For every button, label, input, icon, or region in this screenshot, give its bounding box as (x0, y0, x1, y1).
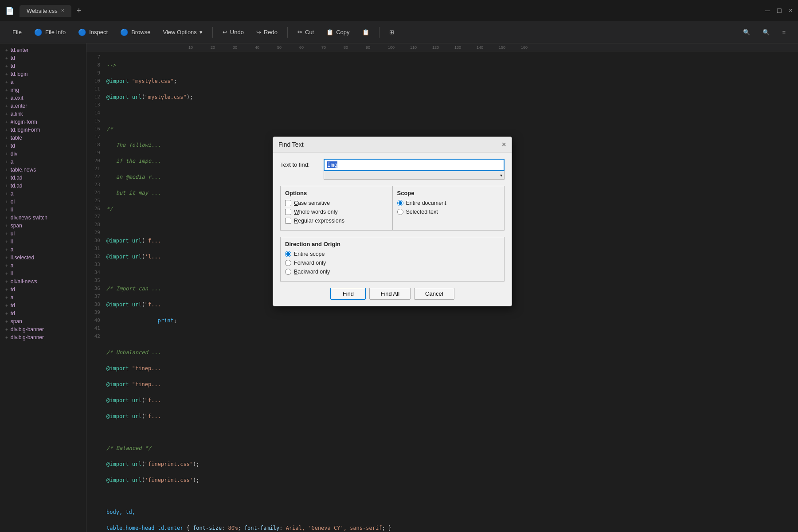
case-sensitive-cb[interactable] (285, 200, 291, 206)
backward-only-row[interactable]: Backward only (285, 269, 500, 275)
sidebar-item[interactable]: +ol (0, 198, 86, 206)
minimize-btn[interactable]: ─ (765, 7, 770, 15)
forward-only-radio[interactable] (285, 260, 291, 266)
search-btn[interactable]: 🔍 (738, 26, 755, 38)
cut-icon: ✂ (297, 29, 302, 35)
sidebar-item[interactable]: +td.loginForm (0, 126, 86, 134)
find-text-input[interactable] (324, 159, 505, 171)
sidebar-item[interactable]: +table.news (0, 166, 86, 174)
expand-icon: + (5, 96, 8, 101)
fit-btn[interactable]: ⊞ (384, 26, 399, 38)
whole-words-cb[interactable] (285, 209, 291, 215)
view-options-btn[interactable]: View Options ▾ (157, 26, 207, 38)
sidebar-item-label: div.big-banner (11, 334, 44, 340)
sidebar-item-label: li (11, 239, 13, 245)
undo-btn[interactable]: ↩ Undo (217, 26, 249, 38)
direction-box: Direction and Origin Entire scope Forwar… (280, 237, 505, 282)
sidebar-item[interactable]: +a.enter (0, 102, 86, 110)
whole-words-row[interactable]: Whole words only (285, 209, 388, 215)
search2-btn[interactable]: 🔍 (757, 26, 775, 38)
menu-btn[interactable]: ≡ (777, 26, 791, 38)
regex-cb[interactable] (285, 218, 291, 224)
maximize-btn[interactable]: □ (777, 7, 782, 15)
paste-btn[interactable]: 📋 (357, 26, 375, 38)
sidebar-item[interactable]: +td (0, 286, 86, 293)
sidebar-item[interactable]: +td.ad (0, 174, 86, 182)
sidebar-item[interactable]: +li (0, 238, 86, 246)
expand-icon: + (5, 279, 8, 284)
entire-document-row[interactable]: Entire document (397, 200, 500, 206)
sidebar-item[interactable]: +div.big-banner (0, 325, 86, 333)
scope-title: Scope (397, 190, 500, 196)
browse-btn[interactable]: 🔵 Browse (115, 26, 156, 39)
sidebar-item[interactable]: +a (0, 246, 86, 254)
active-tab[interactable]: Website.css × (20, 5, 71, 17)
case-sensitive-row[interactable]: Case sensitive (285, 200, 388, 206)
sidebar-item[interactable]: +img (0, 86, 86, 94)
sidebar-item[interactable]: +span (0, 317, 86, 325)
dialog-overlay: Find Text × Text to find: ▾ (86, 43, 798, 532)
entire-document-radio[interactable] (397, 200, 403, 206)
sidebar-item[interactable]: +li (0, 270, 86, 278)
sidebar-item-label: img (11, 87, 19, 93)
sidebar-item[interactable]: +div (0, 150, 86, 158)
expand-icon: + (5, 192, 8, 196)
inspect-btn[interactable]: 🔵 Inspect (73, 26, 113, 39)
direction-title: Direction and Origin (285, 241, 500, 247)
sidebar-item[interactable]: +td (0, 62, 86, 70)
sidebar-item[interactable]: +ol#all-news (0, 278, 86, 286)
copy-btn[interactable]: 📋 Copy (321, 26, 355, 38)
entire-scope-row[interactable]: Entire scope (285, 251, 500, 257)
sidebar-item[interactable]: +div.big-banner (0, 333, 86, 341)
sidebar-item[interactable]: +a.link (0, 110, 86, 118)
find-dropdown-btn[interactable]: ▾ (324, 171, 505, 180)
toolbar-separator-2 (287, 27, 288, 38)
sidebar-item[interactable]: +td (0, 301, 86, 309)
sidebar-item[interactable]: +a (0, 190, 86, 198)
cancel-btn[interactable]: Cancel (414, 288, 454, 300)
sidebar-item[interactable]: +a (0, 78, 86, 86)
entire-scope-radio[interactable] (285, 251, 291, 257)
selected-text-label: Selected text (406, 209, 438, 215)
expand-icon: + (5, 295, 8, 300)
regex-row[interactable]: Regular expressions (285, 218, 388, 224)
hamburger-icon: ≡ (782, 29, 786, 35)
find-btn[interactable]: Find (330, 288, 366, 300)
find-row: Text to find: ▾ (280, 159, 505, 180)
sidebar-item[interactable]: +a.exit (0, 94, 86, 102)
sidebar-item[interactable]: +table (0, 134, 86, 142)
sidebar-item[interactable]: +td (0, 309, 86, 317)
close-btn[interactable]: × (789, 7, 793, 15)
sidebar-item[interactable]: +#login-form (0, 118, 86, 126)
sidebar-item[interactable]: +li.selected (0, 254, 86, 262)
sidebar-item[interactable]: +a (0, 262, 86, 270)
sidebar-item[interactable]: +td.ad (0, 182, 86, 190)
expand-icon: + (5, 327, 8, 332)
backward-only-radio[interactable] (285, 269, 291, 275)
sidebar-item[interactable]: +a (0, 293, 86, 301)
expand-icon: + (5, 160, 8, 164)
sidebar-item[interactable]: +span (0, 222, 86, 230)
sidebar-item-label: td.ad (11, 175, 23, 181)
dialog-close-btn[interactable]: × (501, 141, 506, 149)
options-box: Options Case sensitive Whole words only (280, 186, 392, 231)
undo-label: Undo (230, 29, 244, 35)
cut-btn[interactable]: ✂ Cut (292, 26, 319, 38)
redo-btn[interactable]: ↪ Redo (251, 26, 283, 38)
sidebar-item[interactable]: +div.news-switch (0, 214, 86, 222)
tab-close-btn[interactable]: × (61, 8, 64, 14)
selected-text-row[interactable]: Selected text (397, 209, 500, 215)
new-tab-btn[interactable]: + (77, 6, 82, 16)
sidebar-item[interactable]: +a (0, 158, 86, 166)
sidebar-item[interactable]: +td.enter (0, 46, 86, 54)
file-menu-btn[interactable]: File (7, 26, 27, 38)
sidebar-item[interactable]: +td (0, 54, 86, 62)
file-info-btn[interactable]: 🔵 File Info (29, 26, 71, 39)
sidebar-item[interactable]: +li (0, 206, 86, 214)
sidebar-item[interactable]: +td.login (0, 70, 86, 78)
forward-only-row[interactable]: Forward only (285, 260, 500, 266)
selected-text-radio[interactable] (397, 209, 403, 215)
sidebar-item[interactable]: +ul (0, 230, 86, 238)
find-all-btn[interactable]: Find All (369, 288, 411, 300)
sidebar-item[interactable]: +td (0, 142, 86, 150)
